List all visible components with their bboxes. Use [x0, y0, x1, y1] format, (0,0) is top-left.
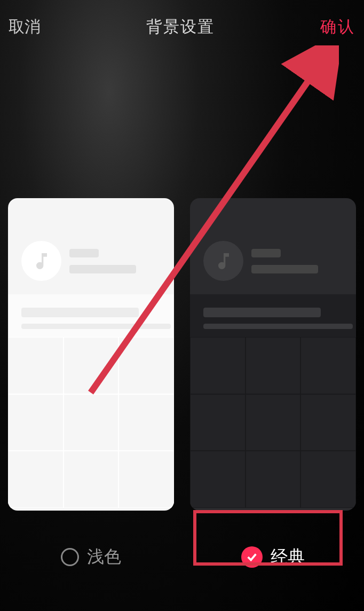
radio-unchecked-icon — [61, 548, 79, 566]
page-title: 背景设置 — [146, 16, 215, 38]
cancel-button[interactable]: 取消 — [9, 16, 41, 38]
preview-body — [190, 294, 356, 337]
theme-label-classic: 经典 — [271, 545, 305, 569]
theme-card-light[interactable] — [8, 198, 174, 511]
preview-text-lines — [251, 249, 343, 273]
theme-label-light: 浅色 — [87, 545, 121, 569]
theme-radio-classic[interactable]: 经典 — [190, 532, 356, 582]
music-note-icon — [21, 241, 61, 281]
confirm-button[interactable]: 确认 — [320, 16, 355, 38]
theme-labels: 浅色 经典 — [0, 511, 364, 582]
theme-options — [0, 49, 364, 511]
preview-grid — [190, 337, 356, 508]
preview-body — [8, 294, 174, 337]
theme-radio-light[interactable]: 浅色 — [8, 532, 174, 582]
header: 取消 背景设置 确认 — [0, 0, 364, 49]
preview-header — [8, 198, 174, 294]
preview-text-lines — [69, 249, 161, 273]
preview-header — [190, 198, 356, 294]
theme-card-classic[interactable] — [190, 198, 356, 511]
radio-checked-icon — [241, 546, 263, 568]
music-note-icon — [203, 241, 243, 281]
preview-grid — [8, 337, 174, 508]
